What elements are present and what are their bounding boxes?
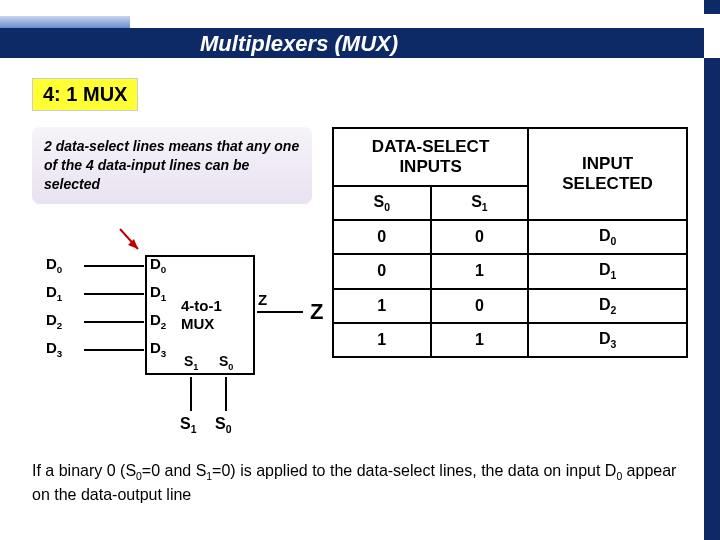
bt-pre: If a binary 0 (S — [32, 462, 136, 479]
wire-d1 — [84, 293, 144, 313]
bt-m1: =0 and S — [142, 462, 207, 479]
table-row: 1 0 D2 — [333, 289, 687, 323]
pin-inner-d1: D1 — [150, 283, 166, 303]
truth-table-wrap: DATA-SELECT INPUTS INPUT SELECTED S0 S1 … — [332, 127, 688, 358]
wire-d0 — [84, 265, 144, 285]
mux-label: 4-to-1 MUX — [181, 297, 222, 333]
cell-s1: 1 — [431, 323, 529, 357]
title-bar: Multiplexers (MUX) — [0, 28, 704, 58]
wire-d3 — [84, 349, 144, 369]
pin-inner-s0: S0 — [219, 353, 233, 372]
pin-inner-d2: D2 — [150, 311, 166, 331]
mux-label-line2: MUX — [181, 315, 214, 332]
cell-out: D2 — [528, 289, 687, 323]
cell-s0: 0 — [333, 254, 431, 288]
pin-label-d1: D1 — [46, 283, 62, 303]
cell-s0: 1 — [333, 323, 431, 357]
table-row: 0 1 D1 — [333, 254, 687, 288]
arrow-icon — [116, 227, 146, 257]
wire-z — [257, 311, 303, 313]
pin-label-d0: D0 — [46, 255, 62, 275]
mux-label-line1: 4-to-1 — [181, 297, 222, 314]
wire-s1 — [190, 377, 192, 411]
pin-label-s0: S0 — [215, 415, 231, 435]
pin-inner-d3: D3 — [150, 339, 166, 359]
bt-m2: =0) is applied to the data-select lines,… — [212, 462, 616, 479]
header-accent — [0, 16, 130, 28]
cell-s1: 0 — [431, 289, 529, 323]
table-row: 0 0 D0 — [333, 220, 687, 254]
output-z: Z — [310, 299, 323, 325]
truth-table: DATA-SELECT INPUTS INPUT SELECTED S0 S1 … — [332, 127, 688, 358]
pin-label-d3: D3 — [46, 339, 62, 359]
cell-s0: 0 — [333, 220, 431, 254]
pin-inner-d0: D0 — [150, 255, 166, 275]
cell-out: D3 — [528, 323, 687, 357]
pin-label-s1: S1 — [180, 415, 196, 435]
page-title: Multiplexers (MUX) — [200, 31, 398, 57]
th-data-select: DATA-SELECT INPUTS — [333, 128, 528, 186]
pin-label-z: Z — [258, 291, 267, 308]
cell-s0: 1 — [333, 289, 431, 323]
wire-d2 — [84, 321, 144, 341]
cell-out: D0 — [528, 220, 687, 254]
side-accent — [704, 0, 720, 540]
th-s0: S0 — [333, 186, 431, 220]
th-input-selected: INPUT SELECTED — [528, 128, 687, 220]
mux-diagram: 4-to-1 MUX D0 D0 D1 D1 D2 D2 D3 D3 Z Z S… — [40, 245, 330, 425]
cell-out: D1 — [528, 254, 687, 288]
th-s1: S1 — [431, 186, 529, 220]
section-heading: 4: 1 MUX — [32, 78, 138, 111]
description-box: 2 data-select lines means that any one o… — [32, 127, 312, 204]
cell-s1: 0 — [431, 220, 529, 254]
header: Multiplexers (MUX) — [0, 14, 720, 58]
wire-s0 — [225, 377, 227, 411]
bottom-text: If a binary 0 (S0=0 and S1=0) is applied… — [32, 460, 688, 506]
table-row: 1 1 D3 — [333, 323, 687, 357]
pin-inner-s1: S1 — [184, 353, 198, 372]
pin-label-d2: D2 — [46, 311, 62, 331]
cell-s1: 1 — [431, 254, 529, 288]
